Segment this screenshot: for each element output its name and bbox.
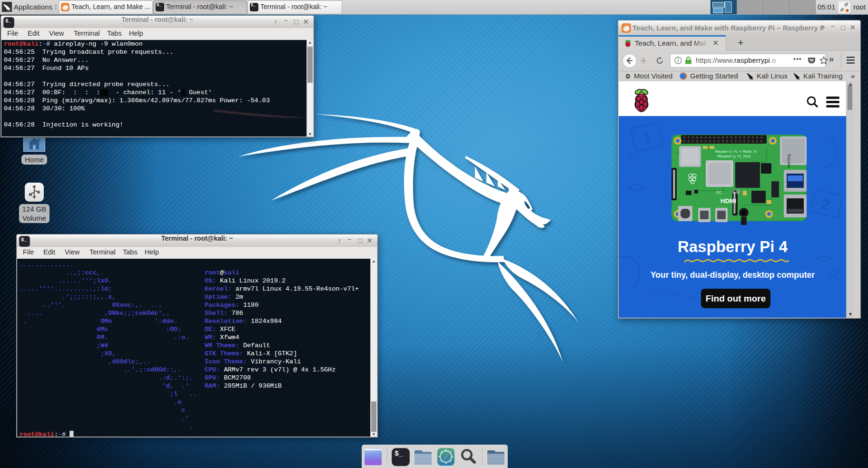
svg-text:Trxcom: Trxcom: [787, 154, 791, 168]
svg-text:HDMI: HDMI: [720, 197, 736, 205]
svg-text:CE: CE: [732, 189, 740, 195]
svg-text:FC: FC: [716, 190, 722, 195]
svg-text:2: 2: [820, 195, 832, 213]
svg-text:Raspberry Pi 4 Model B: Raspberry Pi 4 Model B: [715, 150, 756, 154]
svg-text:©Raspberry Pi 2018: ©Raspberry Pi 2018: [717, 155, 750, 158]
svg-text:1: 1: [642, 129, 653, 146]
